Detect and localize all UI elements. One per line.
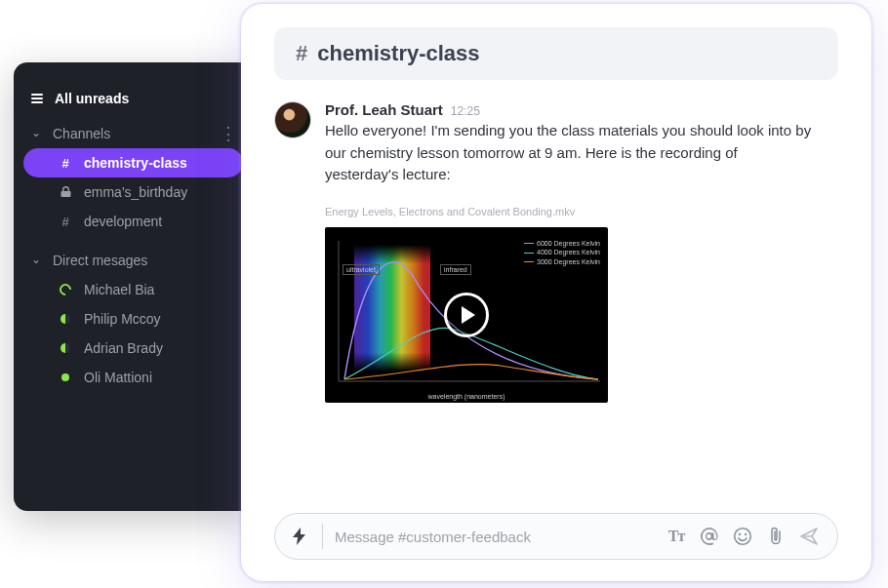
- message-time: 12:25: [451, 104, 480, 118]
- video-attachment[interactable]: ultraviolet infrared 6000 Degrees Kelvin…: [325, 227, 608, 403]
- dm-label: Philip Mccoy: [84, 311, 225, 327]
- presence-half-icon: [59, 314, 72, 324]
- dm-label: Direct mesages: [53, 253, 147, 268]
- dm-item-philip-mccoy[interactable]: Philip Mccoy: [23, 304, 243, 333]
- video-legend: 6000 Degrees Kelvin 4000 Degrees Kelvin …: [524, 239, 600, 267]
- all-unreads-label: All unreads: [55, 91, 129, 106]
- chevron-down-icon: ⌄: [31, 253, 41, 266]
- channel-label: chemistry-class: [84, 155, 225, 171]
- channel-label: emma's_birthday: [84, 184, 225, 200]
- channel-item-development[interactable]: # development: [23, 207, 243, 236]
- label-ultraviolet: ultraviolet: [343, 264, 380, 275]
- presence-ring-icon: [59, 284, 72, 295]
- divider: [322, 524, 323, 549]
- format-icon[interactable]: Tт: [666, 526, 687, 547]
- lightning-icon[interactable]: [289, 526, 310, 547]
- dm-label: Oli Mattioni: [84, 370, 225, 385]
- channel-item-chemistry-class[interactable]: # chemistry-class: [23, 148, 243, 177]
- channels-more-icon[interactable]: ⋮: [220, 125, 237, 142]
- hash-icon: #: [59, 156, 72, 171]
- mention-icon[interactable]: [699, 526, 720, 547]
- dm-group-header[interactable]: ⌄ Direct mesages: [14, 246, 253, 275]
- message-author[interactable]: Prof. Leah Stuart: [325, 101, 443, 118]
- dm-item-michael-bia[interactable]: Michael Bia: [23, 275, 243, 304]
- dm-label: Adrian Brady: [84, 340, 225, 356]
- play-button[interactable]: [444, 293, 489, 337]
- channels-label: Channels: [53, 126, 110, 141]
- chat-panel: # chemistry-class Prof. Leah Stuart 12:2…: [241, 4, 871, 581]
- message-text: Hello everyone! I'm sending you the clas…: [325, 120, 813, 186]
- dm-label: Michael Bia: [84, 282, 225, 297]
- presence-online-icon: [59, 373, 72, 381]
- lock-icon: [59, 186, 72, 198]
- attachment-filename[interactable]: Energy Levels, Electrons and Covalent Bo…: [325, 206, 838, 217]
- channel-item-emmas-birthday[interactable]: emma's_birthday: [23, 177, 243, 207]
- channel-label: development: [84, 214, 225, 229]
- channel-name: chemistry-class: [317, 41, 479, 66]
- label-infrared: infrared: [440, 264, 471, 275]
- emoji-icon[interactable]: [732, 526, 753, 547]
- message-composer: Tт: [274, 513, 838, 560]
- attachment-icon[interactable]: [765, 526, 787, 547]
- all-unreads-row[interactable]: All unreads: [14, 84, 253, 113]
- sidebar: All unreads ⌄ Channels ⋮ # chemistry-cla…: [14, 62, 253, 511]
- chevron-down-icon: ⌄: [31, 126, 41, 139]
- message: Prof. Leah Stuart 12:25 Hello everyone! …: [274, 101, 838, 186]
- svg-point-2: [735, 529, 751, 545]
- send-icon[interactable]: [798, 526, 820, 547]
- channels-group-header[interactable]: ⌄ Channels ⋮: [14, 119, 253, 148]
- dm-item-oli-mattioni[interactable]: Oli Mattioni: [23, 363, 243, 392]
- avatar[interactable]: [274, 101, 311, 138]
- svg-point-3: [739, 533, 741, 535]
- svg-point-4: [745, 533, 747, 535]
- hash-icon: #: [59, 215, 72, 229]
- presence-half-icon: [59, 343, 72, 353]
- hash-icon: #: [296, 41, 307, 66]
- dm-item-adrian-brady[interactable]: Adrian Brady: [23, 333, 243, 363]
- channel-header: # chemistry-class: [274, 27, 838, 80]
- label-xaxis: wavelength (nanometers): [325, 393, 608, 400]
- list-icon: [31, 94, 43, 103]
- message-input[interactable]: [335, 529, 654, 545]
